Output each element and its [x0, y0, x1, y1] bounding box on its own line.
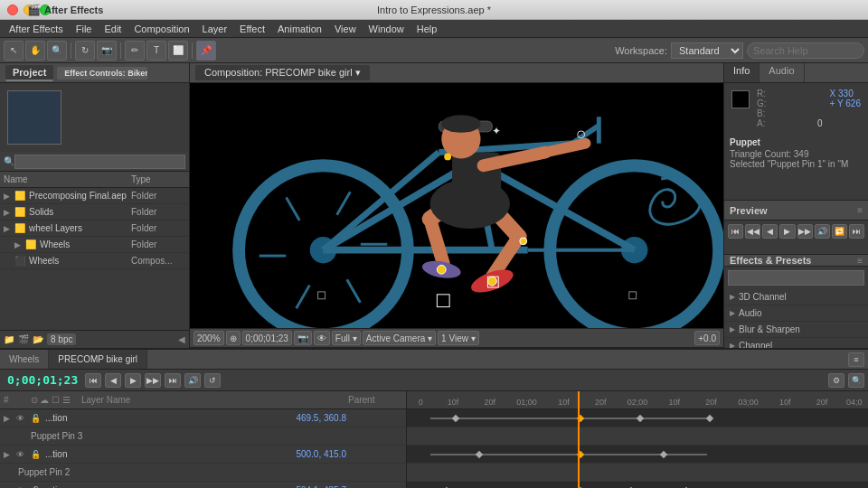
preview-prev-frame-btn[interactable]: ◀	[762, 224, 778, 239]
snapshot-btn[interactable]: 📷	[294, 331, 312, 345]
comp-view[interactable]: ✦	[190, 83, 723, 328]
preview-skip-start-btn[interactable]: ⏮	[728, 224, 743, 239]
search-help-input[interactable]	[747, 42, 864, 59]
step-fwd-btn[interactable]: ▶▶	[145, 373, 161, 388]
preview-collapse-btn[interactable]: ≡	[857, 205, 863, 215]
project-search-input[interactable]	[14, 155, 185, 169]
rotate-tool-btn[interactable]: ↻	[75, 41, 95, 61]
expand-btn[interactable]: ▶	[4, 414, 14, 423]
menu-bar: After Effects File Edit Composition Laye…	[0, 20, 868, 38]
lock-icon[interactable]: 🔓	[31, 450, 43, 459]
timeline-settings-btn[interactable]: ≡	[848, 352, 864, 367]
menu-after-effects[interactable]: After Effects	[4, 22, 69, 36]
close-button[interactable]	[7, 5, 18, 15]
keyframe-1c[interactable]	[637, 415, 644, 422]
file-item-precomposing[interactable]: ▶ 🟨 Precomposing Final.aep Folder	[0, 188, 189, 204]
file-item-wheels-comp[interactable]: ⬛ Wheels Compos...	[0, 253, 189, 269]
go-end-btn[interactable]: ⏭	[165, 373, 181, 388]
keyframe-2a[interactable]	[475, 451, 482, 458]
effects-collapse-btn[interactable]: ≡	[857, 256, 863, 266]
bottom-area: Wheels PRECOMP bike girl ≡ 0;00;01;23 ⏮ …	[0, 348, 868, 488]
play-btn[interactable]: ▶	[125, 373, 141, 388]
new-comp-btn[interactable]: 🎬	[18, 334, 29, 344]
expand-btn[interactable]: ▶	[4, 450, 14, 459]
effect-audio[interactable]: ▶ Audio	[724, 305, 868, 322]
pen-tool-btn[interactable]: ✏	[125, 41, 145, 61]
zoom-control[interactable]: 200%	[193, 331, 224, 345]
preview-audio-btn[interactable]: 🔊	[815, 224, 830, 239]
camera-tool-btn[interactable]: 📷	[97, 41, 117, 61]
menu-edit[interactable]: Edit	[99, 22, 127, 36]
keyframe-1d[interactable]	[705, 415, 712, 422]
preview-skip-end-btn[interactable]: ⏭	[849, 224, 864, 239]
tl-misc-btn2[interactable]: 🔍	[848, 373, 864, 388]
tab-info[interactable]: Info	[724, 63, 760, 82]
loop-btn[interactable]: ↺	[204, 373, 221, 388]
magnifier-btn[interactable]: ⊕	[226, 331, 241, 345]
preview-loop-btn[interactable]: 🔁	[832, 224, 847, 239]
menu-file[interactable]: File	[71, 22, 98, 36]
tl-misc-btn1[interactable]: ⚙	[828, 373, 844, 388]
layer-item-2[interactable]: ▶ 👁 🔓 ...tion 500.0, 415.0	[0, 446, 406, 464]
menu-effect[interactable]: Effect	[234, 22, 270, 36]
menu-layer[interactable]: Layer	[197, 22, 233, 36]
text-tool-btn[interactable]: T	[146, 41, 166, 61]
tab-audio[interactable]: Audio	[760, 63, 804, 82]
audio-btn[interactable]: 🔊	[184, 373, 201, 388]
workspace-select[interactable]: Standard	[671, 42, 743, 59]
lock-icon[interactable]: 🔓	[31, 414, 43, 423]
effect-channel[interactable]: ▶ Channel	[724, 338, 868, 348]
file-item-wheel-layers[interactable]: ▶ 🟨 wheel Layers Folder	[0, 221, 189, 237]
shape-tool-btn[interactable]: ⬜	[168, 41, 188, 61]
file-item-solids[interactable]: ▶ 🟨 Solids Folder	[0, 204, 189, 221]
preview-next-frame-btn[interactable]: ▶▶	[797, 224, 813, 239]
view-count-select[interactable]: 1 View ▾	[438, 331, 479, 345]
eye-icon[interactable]: 👁	[16, 414, 29, 423]
effects-search-input[interactable]	[728, 270, 864, 286]
menu-animation[interactable]: Animation	[272, 22, 327, 36]
resolution-select[interactable]: Full ▾	[332, 331, 361, 345]
view-select[interactable]: Active Camera ▾	[363, 331, 436, 345]
layer-item-1[interactable]: ▶ 👁 🔓 ...tion 469.5, 360.8	[0, 409, 406, 427]
eye-icon[interactable]: 👁	[16, 450, 29, 459]
menu-window[interactable]: Window	[363, 22, 410, 36]
tl-tab-wheels[interactable]: Wheels	[0, 350, 49, 369]
layer-item-3[interactable]: ▶ 👁 🔓 ...tion 594.1, 435.7	[0, 482, 406, 488]
preview-play-btn[interactable]: ▶	[779, 224, 795, 239]
ruler-mark-02-20f: 20f	[705, 398, 717, 407]
timecode-display[interactable]: 0;00;01;23	[242, 331, 292, 345]
hand-tool-btn[interactable]: ✋	[25, 41, 45, 61]
preview-title: Preview ≡	[724, 201, 868, 221]
layer-name-2: ...tion	[45, 449, 290, 459]
menu-help[interactable]: Help	[411, 22, 443, 36]
tl-tab-precomp[interactable]: PRECOMP bike girl	[49, 350, 147, 369]
layer-item-pin3[interactable]: Puppet Pin 3	[0, 427, 406, 446]
effect-blur-sharpen[interactable]: ▶ Blur & Sharpen	[724, 322, 868, 338]
ruler-mark-10f: 10f	[448, 398, 459, 407]
keyframe-2c[interactable]	[659, 451, 666, 458]
project-tab[interactable]: Project	[5, 65, 53, 81]
show-snapshot-btn[interactable]: 👁	[314, 331, 330, 345]
comp-tab[interactable]: Composition: PRECOMP bike girl ▾	[195, 65, 370, 80]
zoom-tool-btn[interactable]: 🔍	[47, 41, 67, 61]
new-folder-btn[interactable]: 📂	[33, 334, 43, 344]
selection-tool-btn[interactable]: ↖	[4, 41, 24, 61]
effect-controls-tab[interactable]: Effect Controls: Biker Bor...	[57, 67, 147, 80]
menu-view[interactable]: View	[329, 22, 362, 36]
layer-item-pin2[interactable]: Puppet Pin 2	[0, 464, 406, 482]
timeline-timecode[interactable]: 0;00;01;23	[4, 373, 81, 387]
folder-btn[interactable]: 📁	[4, 334, 14, 344]
workspace-label: Workspace:	[615, 45, 667, 56]
keyframe-1a[interactable]	[452, 415, 459, 422]
effect-3d-channel[interactable]: ▶ 3D Channel	[724, 289, 868, 305]
step-back-btn[interactable]: ◀	[105, 373, 121, 388]
timeline-tracks[interactable]: 0 10f 20f 01;00 10f 20f 02;00 10f 20f 03…	[407, 391, 868, 488]
go-start-btn[interactable]: ⏮	[85, 373, 101, 388]
menu-composition[interactable]: Composition	[128, 22, 194, 36]
file-item-wheels-folder[interactable]: ▶ 🟨 Wheels Folder	[0, 237, 189, 253]
arrow-left-btn[interactable]: ◀	[178, 334, 185, 344]
render-btn[interactable]: +0.0	[694, 331, 720, 345]
playhead-tracks[interactable]	[578, 391, 580, 488]
puppet-tool-btn[interactable]: 📌	[196, 41, 216, 61]
preview-prev-btn[interactable]: ◀◀	[745, 224, 760, 239]
